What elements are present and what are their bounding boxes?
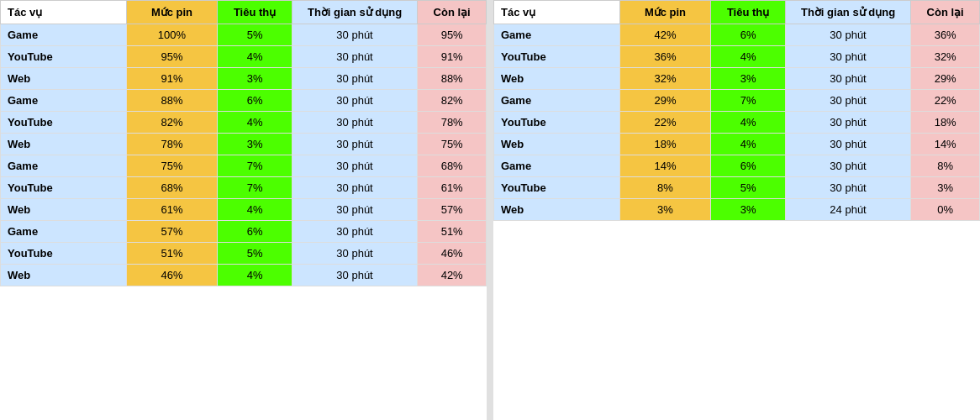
- cell-consume: 6%: [218, 221, 292, 243]
- cell-consume: 4%: [218, 46, 292, 68]
- cell-task: Web: [1, 199, 127, 221]
- header-task-2: Tác vụ: [494, 1, 620, 24]
- table-row: YouTube22%4%30 phút18%: [494, 112, 980, 134]
- cell-time: 30 phút: [785, 90, 911, 112]
- cell-consume: 5%: [218, 24, 292, 46]
- cell-pin: 57%: [126, 221, 218, 243]
- cell-pin: 100%: [126, 24, 218, 46]
- cell-task: Game: [1, 221, 127, 243]
- cell-consume: 6%: [711, 24, 785, 46]
- cell-remain: 42%: [418, 265, 487, 286]
- cell-consume: 3%: [218, 68, 292, 90]
- cell-consume: 3%: [711, 68, 785, 90]
- table-row: YouTube95%4%30 phút91%: [1, 46, 487, 68]
- cell-remain: 75%: [418, 134, 487, 155]
- cell-task: Web: [494, 68, 620, 90]
- table-divider: [487, 0, 493, 420]
- cell-remain: 0%: [911, 199, 980, 221]
- table-row: Game100%5%30 phút95%: [1, 24, 487, 46]
- cell-time: 30 phút: [292, 221, 418, 243]
- cell-task: Game: [1, 24, 127, 46]
- cell-consume: 5%: [711, 177, 785, 199]
- cell-remain: 29%: [911, 68, 980, 90]
- cell-pin: 32%: [619, 68, 711, 90]
- table-row: YouTube68%7%30 phút61%: [1, 177, 487, 199]
- table1: Tác vụ Mức pin Tiêu thụ Thời gian sử dụn…: [0, 0, 487, 286]
- cell-pin: 46%: [126, 265, 218, 286]
- cell-time: 30 phút: [785, 155, 911, 177]
- cell-time: 30 phút: [292, 68, 418, 90]
- cell-remain: 57%: [418, 199, 487, 221]
- cell-consume: 4%: [218, 265, 292, 286]
- table-row: Web3%3%24 phút0%: [494, 199, 980, 221]
- cell-remain: 8%: [911, 155, 980, 177]
- table-row: YouTube82%4%30 phút78%: [1, 112, 487, 134]
- header-time-1: Thời gian sử dụng: [292, 1, 418, 24]
- cell-time: 30 phút: [785, 24, 911, 46]
- cell-pin: 29%: [619, 90, 711, 112]
- cell-pin: 8%: [619, 177, 711, 199]
- table2: Tác vụ Mức pin Tiêu thụ Thời gian sử dụn…: [493, 0, 980, 221]
- cell-task: Web: [494, 134, 620, 155]
- cell-pin: 78%: [126, 134, 218, 155]
- cell-time: 30 phút: [292, 134, 418, 155]
- table-row: YouTube51%5%30 phút46%: [1, 243, 487, 265]
- cell-remain: 51%: [418, 221, 487, 243]
- table-row: Web78%3%30 phút75%: [1, 134, 487, 155]
- table-row: Game29%7%30 phút22%: [494, 90, 980, 112]
- cell-pin: 95%: [126, 46, 218, 68]
- cell-time: 30 phút: [292, 90, 418, 112]
- cell-task: YouTube: [1, 112, 127, 134]
- cell-time: 30 phút: [292, 243, 418, 265]
- cell-consume: 4%: [711, 46, 785, 68]
- cell-time: 30 phút: [292, 265, 418, 286]
- cell-time: 30 phút: [785, 68, 911, 90]
- cell-pin: 36%: [619, 46, 711, 68]
- cell-pin: 68%: [126, 177, 218, 199]
- cell-time: 30 phút: [785, 134, 911, 155]
- cell-pin: 91%: [126, 68, 218, 90]
- cell-task: Game: [494, 90, 620, 112]
- cell-pin: 51%: [126, 243, 218, 265]
- cell-pin: 3%: [619, 199, 711, 221]
- cell-pin: 18%: [619, 134, 711, 155]
- cell-consume: 6%: [218, 90, 292, 112]
- cell-consume: 4%: [218, 199, 292, 221]
- header-consume-1: Tiêu thụ: [218, 1, 292, 24]
- cell-remain: 14%: [911, 134, 980, 155]
- cell-time: 30 phút: [292, 46, 418, 68]
- header-remain-2: Còn lại: [911, 1, 980, 24]
- cell-pin: 82%: [126, 112, 218, 134]
- cell-pin: 14%: [619, 155, 711, 177]
- cell-remain: 22%: [911, 90, 980, 112]
- header-remain-1: Còn lại: [418, 1, 487, 24]
- cell-remain: 82%: [418, 90, 487, 112]
- cell-consume: 7%: [218, 155, 292, 177]
- cell-remain: 88%: [418, 68, 487, 90]
- table-row: Game75%7%30 phút68%: [1, 155, 487, 177]
- cell-time: 30 phút: [292, 199, 418, 221]
- cell-pin: 61%: [126, 199, 218, 221]
- cell-pin: 42%: [619, 24, 711, 46]
- cell-remain: 95%: [418, 24, 487, 46]
- header-task-1: Tác vụ: [1, 1, 127, 24]
- cell-time: 30 phút: [292, 24, 418, 46]
- table2-wrapper: Tác vụ Mức pin Tiêu thụ Thời gian sử dụn…: [493, 0, 980, 420]
- cell-time: 30 phút: [785, 46, 911, 68]
- cell-task: Game: [1, 155, 127, 177]
- cell-time: 30 phút: [785, 177, 911, 199]
- table-row: Game14%6%30 phút8%: [494, 155, 980, 177]
- cell-task: Game: [494, 155, 620, 177]
- table-row: Game57%6%30 phút51%: [1, 221, 487, 243]
- cell-consume: 4%: [711, 112, 785, 134]
- cell-remain: 3%: [911, 177, 980, 199]
- cell-remain: 18%: [911, 112, 980, 134]
- cell-time: 30 phút: [292, 177, 418, 199]
- cell-remain: 36%: [911, 24, 980, 46]
- table-row: Web46%4%30 phút42%: [1, 265, 487, 286]
- cell-remain: 78%: [418, 112, 487, 134]
- header-time-2: Thời gian sử dụng: [785, 1, 911, 24]
- cell-time: 30 phút: [292, 155, 418, 177]
- cell-consume: 6%: [711, 155, 785, 177]
- cell-task: Web: [1, 68, 127, 90]
